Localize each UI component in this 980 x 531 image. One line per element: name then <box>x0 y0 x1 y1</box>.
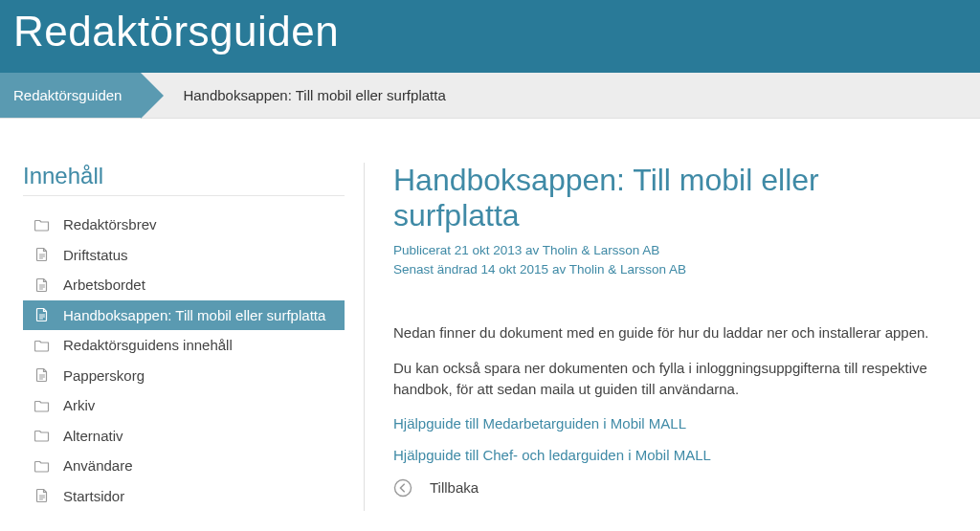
breadcrumb-current: Handboksappen: Till mobil eller surfplat… <box>141 73 445 118</box>
document-icon <box>34 488 50 503</box>
sidebar-item-label: Arkiv <box>63 396 95 415</box>
sidebar-item-label: Handboksappen: Till mobil eller surfplat… <box>63 306 325 325</box>
sidebar-item-label: Alternativ <box>63 427 123 446</box>
folder-icon <box>34 458 50 474</box>
sidebar-item-label: Startsidor <box>63 487 124 506</box>
help-guide-link-1[interactable]: Hjälpguide till Medarbetarguiden i Mobil… <box>393 415 951 431</box>
sidebar-item[interactable]: Handboksappen: Till mobil eller surfplat… <box>23 300 345 331</box>
sidebar-item[interactable]: Alternativ <box>23 421 345 452</box>
content: Innehåll RedaktörsbrevDriftstatusArbetsb… <box>0 119 980 511</box>
sidebar-title: Innehåll <box>23 163 345 196</box>
document-icon <box>34 307 50 322</box>
sidebar-item[interactable]: Arkiv <box>23 390 345 421</box>
site-header: Redaktörsguiden <box>0 0 980 73</box>
breadcrumb-root[interactable]: Redaktörsguiden <box>0 73 141 118</box>
modified-line: Senast ändrad 14 okt 2015 av Tholin & La… <box>393 260 951 279</box>
main: Handboksappen: Till mobil eller surfplat… <box>393 163 961 511</box>
vertical-divider <box>364 163 365 511</box>
sidebar-item[interactable]: Driftstatus <box>23 240 345 271</box>
sidebar-nav: RedaktörsbrevDriftstatusArbetsbordetHand… <box>23 210 345 511</box>
back-arrow-icon[interactable] <box>393 478 412 498</box>
sidebar-item-label: Arbetsbordet <box>63 276 145 295</box>
sidebar-item-label: Driftstatus <box>63 246 128 265</box>
back-row: Tillbaka <box>393 478 951 498</box>
article-body: Nedan finner du dokument med en guide fö… <box>393 322 951 498</box>
sidebar: Innehåll RedaktörsbrevDriftstatusArbetsb… <box>19 163 364 511</box>
document-icon <box>34 277 50 293</box>
breadcrumb-current-label: Handboksappen: Till mobil eller surfplat… <box>183 87 445 103</box>
sidebar-item-label: Redaktörsbrev <box>63 215 157 234</box>
sidebar-item-label: Papperskorg <box>63 366 145 386</box>
sidebar-item[interactable]: Redaktörsguidens innehåll <box>23 330 345 361</box>
article-meta: Publicerat 21 okt 2013 av Tholin & Larss… <box>393 241 951 280</box>
sidebar-item-label: Användare <box>63 456 133 476</box>
paragraph: Du kan också spara ner dokumenten och fy… <box>393 358 951 400</box>
sidebar-item[interactable]: Arbetsbordet <box>23 270 345 300</box>
sidebar-item[interactable]: Användare <box>23 451 345 481</box>
sidebar-item[interactable]: Startsidor <box>23 481 345 512</box>
breadcrumb-root-label: Redaktörsguiden <box>13 87 122 103</box>
help-guide-link-2[interactable]: Hjälpguide till Chef- och ledarguiden i … <box>393 447 951 463</box>
sidebar-item[interactable]: Papperskorg <box>23 361 345 391</box>
page-title: Handboksappen: Till mobil eller surfplat… <box>393 163 951 233</box>
document-icon <box>34 247 50 262</box>
back-link[interactable]: Tillbaka <box>430 479 479 496</box>
breadcrumb: Redaktörsguiden Handboksappen: Till mobi… <box>0 73 980 119</box>
folder-icon <box>34 398 50 413</box>
site-title: Redaktörsguiden <box>13 8 967 55</box>
folder-icon <box>34 428 50 443</box>
folder-icon <box>34 217 50 232</box>
published-line: Publicerat 21 okt 2013 av Tholin & Larss… <box>393 241 951 260</box>
sidebar-item-label: Redaktörsguidens innehåll <box>63 336 233 355</box>
paragraph: Nedan finner du dokument med en guide fö… <box>393 322 951 343</box>
sidebar-item[interactable]: Redaktörsbrev <box>23 210 345 240</box>
svg-point-0 <box>395 479 412 496</box>
document-icon <box>34 367 50 383</box>
folder-icon <box>34 338 50 353</box>
